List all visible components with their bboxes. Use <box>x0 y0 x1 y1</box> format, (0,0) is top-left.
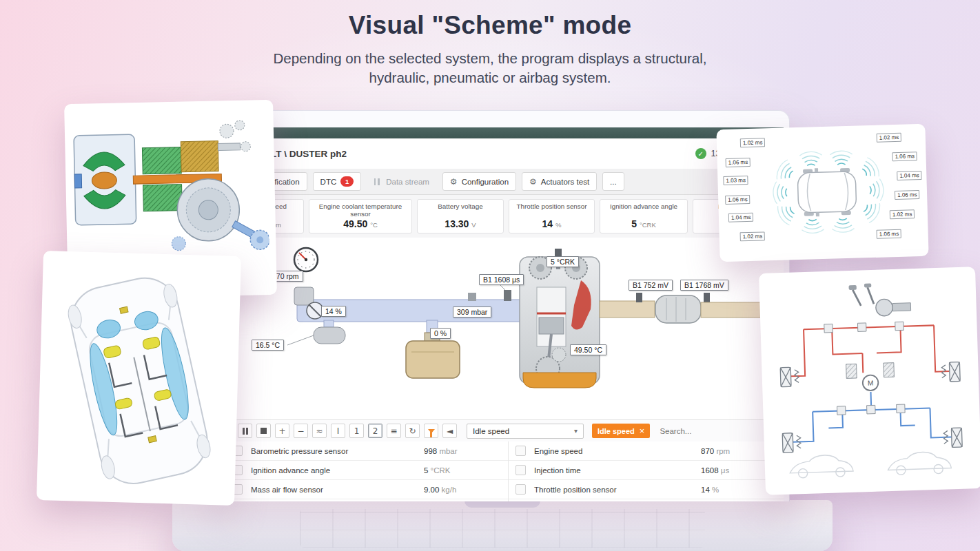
list-view-button[interactable]: ≡ <box>387 424 401 438</box>
airbag-illustration <box>43 258 234 498</box>
sound-button[interactable]: ◄ <box>442 424 457 438</box>
subtitle-line-2: hydraulic, pneumatic or airbag system. <box>369 70 611 85</box>
table-column-left: Barometric pressure sensor 998 mbar Igni… <box>225 441 508 501</box>
parameter-name: Throttle position sensor <box>534 486 617 494</box>
row-checkbox[interactable] <box>515 465 526 475</box>
filter-chip-idle-speed[interactable]: Idle speed × <box>592 424 650 438</box>
parameter-value: 1608 <box>701 466 719 475</box>
parameter-value: 9.00 <box>424 486 439 494</box>
sensor-time-label: 1.02 ms <box>740 231 766 241</box>
tab-label: Actuators test <box>541 178 589 186</box>
parameter-unit: kg/h <box>442 486 457 494</box>
tab-more[interactable]: ... <box>602 172 624 191</box>
more-icon: ... <box>610 178 617 186</box>
stop-button[interactable] <box>256 424 271 438</box>
page-subtitle: Depending on the selected system, the pr… <box>0 49 980 87</box>
parameter-unit: rpm <box>716 447 730 455</box>
parameter-unit: mbar <box>439 447 457 455</box>
window-titlebar <box>225 127 784 138</box>
pause-button[interactable] <box>238 424 252 438</box>
tab-configuration[interactable]: ⚙ Configuration <box>442 172 516 191</box>
chip-label: Idle speed <box>598 427 635 435</box>
remove-filter-icon[interactable]: × <box>640 426 645 435</box>
parameter-value: 14 <box>701 486 710 494</box>
scheme-label-throttle: 14 % <box>321 306 346 317</box>
parameter-unit: % <box>712 486 719 494</box>
sensor-time-label: 1.03 ms <box>723 176 748 185</box>
live-parameter-cards: Engine speed 870 rpm Engine coolant temp… <box>225 195 784 238</box>
sensor-time-label: 1.02 ms <box>890 209 915 219</box>
table-row[interactable]: Ignition advance angle 5 °CRK <box>225 461 508 480</box>
param-unit: °CRK <box>640 221 656 229</box>
data-stream-icon <box>374 178 382 185</box>
tab-bar: Identification DTC 1 Data stream ⚙ Confi… <box>225 169 784 195</box>
dtc-count-badge: 1 <box>340 176 354 187</box>
hydraulic-illustration: M <box>766 273 974 488</box>
connection-check-icon: ✓ <box>695 148 706 159</box>
parameter-value: 998 <box>424 447 437 455</box>
engine-scheme-illustration <box>225 238 784 419</box>
table-column-right: Engine speed 870 rpm Injection time 1608… <box>508 441 784 501</box>
chevron-down-icon: ▾ <box>574 427 578 435</box>
search-input[interactable] <box>658 426 744 436</box>
param-value: 13.30 <box>445 218 469 229</box>
param-card-ignition-advance[interactable]: Ignition advance angle 5 °CRK <box>600 199 688 233</box>
sensor-time-label: 1.04 ms <box>728 213 754 222</box>
playback-toolbar: + − ≈ Ⅰ 1 2 ≡ ↻ ◄ Idle speed ▾ Idle spee… <box>225 419 784 441</box>
parameter-name: Mass air flow sensor <box>251 486 323 494</box>
page-2-button[interactable]: 2 <box>368 424 382 438</box>
page-title: Visual "Scheme" mode <box>0 11 980 40</box>
laptop-keyboard <box>300 509 705 548</box>
page-1-button[interactable]: 1 <box>349 424 364 438</box>
table-row[interactable]: Barometric pressure sensor 998 mbar <box>225 441 508 461</box>
refresh-button[interactable]: ↻ <box>405 424 420 438</box>
row-checkbox[interactable] <box>515 446 526 456</box>
airbag-scheme-card <box>37 251 241 506</box>
param-card-coolant-temp[interactable]: Engine coolant temperature sensor 49.50 … <box>309 199 412 233</box>
gear-icon: ⚙ <box>450 178 458 186</box>
svg-text:M: M <box>868 379 874 386</box>
scheme-label-idle-valve: 0 % <box>430 328 451 339</box>
param-unit: °C <box>370 221 378 229</box>
interval-button[interactable]: Ⅰ <box>331 424 345 438</box>
param-card-throttle-position[interactable]: Throttle position sensor 14 % <box>509 199 595 233</box>
laptop-base <box>172 500 833 551</box>
row-checkbox[interactable] <box>515 484 526 495</box>
zoom-in-button[interactable]: + <box>275 424 289 438</box>
parameters-table: Barometric pressure sensor 998 mbar Igni… <box>225 441 784 501</box>
tab-data-stream[interactable]: Data stream <box>367 172 437 191</box>
param-value: 14 <box>542 218 553 229</box>
param-value: 49.50 <box>343 218 367 229</box>
table-row[interactable]: Engine speed 870 rpm <box>509 441 784 461</box>
tab-actuators-test[interactable]: ⚙ Actuators test <box>522 172 597 191</box>
parameter-name: Injection time <box>534 466 581 475</box>
funnel-icon <box>428 429 435 433</box>
param-value: 5 <box>631 218 637 229</box>
scheme-label-pressure: 309 mbar <box>453 306 491 318</box>
pause-icon <box>243 428 248 435</box>
parameter-group-select[interactable]: Idle speed ▾ <box>467 424 584 439</box>
param-unit: V <box>471 221 476 229</box>
tab-dtc[interactable]: DTC 1 <box>313 172 362 191</box>
scheme-label-lambda-upstream: B1 752 mV <box>629 280 673 291</box>
sensor-time-label: 1.06 ms <box>895 190 920 200</box>
tab-label: DTC <box>320 178 337 186</box>
scheme-label-ignition: 5 °CRK <box>547 256 579 267</box>
filter-button[interactable] <box>424 424 438 438</box>
table-row[interactable]: Throttle position sensor 14 % <box>509 480 784 499</box>
parameter-unit: μs <box>721 466 729 475</box>
param-title: Battery voltage <box>420 202 500 210</box>
param-title: Throttle position sensor <box>512 202 591 210</box>
tab-label: Data stream <box>386 178 429 186</box>
sensor-time-label: 1.04 ms <box>897 171 922 180</box>
select-value: Idle speed <box>473 427 509 435</box>
wave-view-button[interactable]: ≈ <box>312 424 327 438</box>
table-row[interactable]: Mass air flow sensor 9.00 kg/h <box>225 480 508 499</box>
scheme-label-injection: B1 1608 μs <box>479 274 524 285</box>
zoom-out-button[interactable]: − <box>294 424 308 438</box>
parameter-value: 870 <box>701 447 714 455</box>
engine-scheme-view: 870 rpm B1 1608 μs 5 °CRK 14 % 309 mbar … <box>225 238 784 419</box>
table-row[interactable]: Injection time 1608 μs <box>509 461 784 480</box>
param-card-battery-voltage[interactable]: Battery voltage 13.30 V <box>417 199 504 233</box>
param-unit: % <box>555 221 561 229</box>
